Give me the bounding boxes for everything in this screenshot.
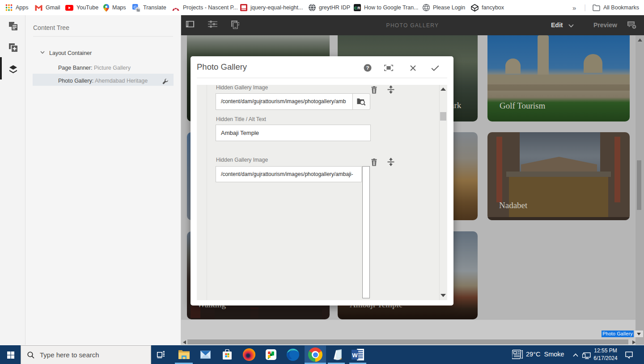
svg-text:W: W bbox=[352, 352, 358, 359]
svg-text:?: ? bbox=[366, 65, 369, 71]
svg-text:R: R bbox=[357, 6, 360, 10]
svg-text:C: C bbox=[354, 6, 357, 10]
